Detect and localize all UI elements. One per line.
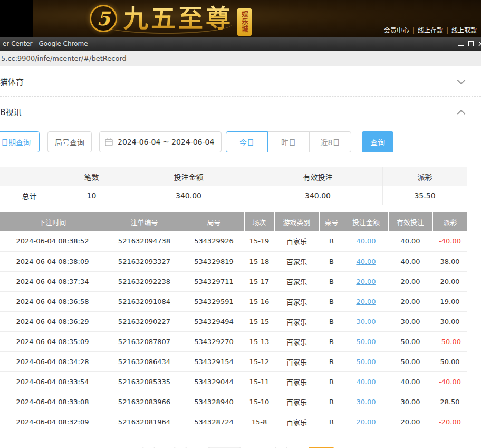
nav-deposit[interactable]: 线上存款 bbox=[418, 27, 443, 34]
bet-amount-value[interactable]: 30.00 bbox=[356, 318, 376, 326]
bet-amount-value[interactable]: 50.00 bbox=[356, 358, 376, 366]
summary-header-blank bbox=[0, 167, 59, 186]
bet-amount-link[interactable]: 40.00 bbox=[344, 251, 388, 271]
browser-titlebar[interactable]: er Center - Google Chrome bbox=[0, 37, 481, 51]
url-text: 5.cc:9900/infe/mcenter/#/betRecord bbox=[1, 54, 127, 62]
session-no: 15-8 bbox=[244, 412, 274, 432]
close-icon[interactable] bbox=[478, 41, 481, 46]
pagination: « 1 10条/页 » 确定 bbox=[142, 446, 481, 448]
game-type: 百家乐 bbox=[274, 231, 319, 251]
bet-amount-value[interactable]: 40.00 bbox=[356, 237, 376, 245]
column-header: 下注时间 bbox=[0, 212, 105, 231]
session-no: 15-17 bbox=[244, 271, 274, 291]
bet-row: 2024-06-04 08:38:09521632093327534329819… bbox=[0, 251, 467, 271]
browser-addressbar[interactable]: 5.cc:9900/infe/mcenter/#/betRecord bbox=[0, 51, 481, 66]
bet-id: 521632093327 bbox=[105, 251, 184, 271]
bet-amount-link[interactable]: 30.00 bbox=[344, 311, 388, 331]
chevron-down-icon[interactable] bbox=[458, 78, 465, 85]
bet-amount-value[interactable]: 20.00 bbox=[356, 418, 376, 426]
column-header: 派彩 bbox=[432, 212, 467, 231]
bet-amount-link[interactable]: 20.00 bbox=[344, 291, 388, 311]
bet-amount-value[interactable]: 40.00 bbox=[356, 378, 376, 386]
bet-amount-link[interactable]: 30.00 bbox=[344, 392, 388, 412]
logo-title: 九五至尊 bbox=[123, 3, 233, 34]
round-no: 534329270 bbox=[184, 331, 244, 351]
summary-valid-bet-value: 340.00 bbox=[253, 186, 383, 205]
summary-count-value: 10 bbox=[59, 186, 124, 205]
game-type: 百家乐 bbox=[274, 351, 319, 371]
bet-row: 2024-06-04 08:33:54521632085335534329044… bbox=[0, 371, 467, 392]
last-8-days-button[interactable]: 近8日 bbox=[309, 131, 351, 152]
session-no: 15-18 bbox=[244, 251, 274, 271]
bet-amount-link[interactable]: 50.00 bbox=[344, 351, 388, 371]
valid-bet: 40.00 bbox=[388, 251, 432, 271]
column-header: 局号 bbox=[184, 212, 244, 231]
bet-id: 521632081964 bbox=[105, 412, 184, 432]
bet-amount-value[interactable]: 30.00 bbox=[356, 398, 376, 406]
bet-row: 2024-06-04 08:37:34521632092238534329711… bbox=[0, 271, 467, 291]
table-no: B bbox=[319, 351, 344, 371]
bet-amount-link[interactable]: 40.00 bbox=[344, 371, 388, 392]
bet-amount-value[interactable]: 20.00 bbox=[356, 298, 376, 306]
chevron-up-icon[interactable] bbox=[458, 108, 465, 116]
session-no: 15-16 bbox=[244, 291, 274, 311]
column-header: 注单编号 bbox=[105, 212, 184, 231]
bet-id: 521632091084 bbox=[105, 291, 184, 311]
bet-amount-link[interactable]: 20.00 bbox=[344, 412, 388, 432]
payout: 30.00 bbox=[432, 311, 467, 331]
bet-row: 2024-06-04 08:36:58521632091084534329591… bbox=[0, 291, 467, 311]
round-no: 534329711 bbox=[184, 271, 244, 291]
table-no: B bbox=[319, 412, 344, 432]
bet-table-body: 2024-06-04 08:38:52521632094738534329926… bbox=[0, 231, 467, 432]
window-controls bbox=[458, 41, 481, 46]
maximize-icon[interactable] bbox=[468, 41, 474, 46]
payout: 50.00 bbox=[432, 351, 467, 371]
round-no: 534329154 bbox=[184, 351, 244, 371]
valid-bet: 40.00 bbox=[388, 231, 432, 251]
column-header: 投注金额 bbox=[344, 212, 388, 231]
logo-coin-icon: 5 bbox=[90, 5, 117, 32]
summary-table: 笔数 投注金额 有效投注 派彩 总计 10 340.00 340.00 35.5… bbox=[0, 167, 467, 205]
bet-amount-value[interactable]: 50.00 bbox=[356, 338, 376, 346]
bet-record-table: 下注时间注单编号局号场次游戏类别桌号投注金额有效投注派彩 2024-06-04 … bbox=[0, 212, 467, 432]
bet-table-head-row: 下注时间注单编号局号场次游戏类别桌号投注金额有效投注派彩 bbox=[0, 212, 467, 231]
filter-toolbar: 日期查询 局号查询 2024-06-04 ~ 2024-06-04 今日 昨日 … bbox=[0, 131, 481, 152]
bet-amount-link[interactable]: 50.00 bbox=[344, 331, 388, 351]
bet-amount-value[interactable]: 20.00 bbox=[356, 278, 376, 285]
payout: -20.00 bbox=[432, 412, 467, 432]
bet-amount-link[interactable]: 20.00 bbox=[344, 271, 388, 291]
section-panda-title: 熊猫体育 bbox=[0, 76, 24, 87]
yesterday-button[interactable]: 昨日 bbox=[267, 131, 310, 152]
summary-header-payout: 派彩 bbox=[383, 167, 467, 186]
round-query-tab[interactable]: 局号查询 bbox=[47, 131, 92, 152]
bet-row: 2024-06-04 08:32:09521632081964534328724… bbox=[0, 412, 467, 432]
game-type: 百家乐 bbox=[274, 251, 319, 271]
logo-badge: 娱乐城 bbox=[237, 8, 252, 36]
bet-row: 2024-06-04 08:33:08521632083966534328940… bbox=[0, 392, 467, 412]
section-panda-sports[interactable]: 熊猫体育 bbox=[0, 66, 481, 97]
search-button[interactable]: 查询 bbox=[362, 131, 393, 152]
valid-bet: 50.00 bbox=[388, 331, 432, 351]
table-no: B bbox=[319, 392, 344, 412]
site-header: 5 九五至尊 娱乐城 会员中心|线上存款|线上取款 bbox=[0, 0, 481, 37]
nav-withdraw[interactable]: 线上取款 bbox=[451, 27, 477, 34]
top-nav: 会员中心|线上存款|线上取款 bbox=[384, 25, 477, 34]
bet-amount-value[interactable]: 40.00 bbox=[356, 258, 376, 265]
table-no: B bbox=[319, 271, 344, 291]
summary-total-label: 总计 bbox=[0, 186, 59, 205]
bet-time: 2024-06-04 08:36:29 bbox=[0, 311, 105, 331]
bet-time: 2024-06-04 08:35:09 bbox=[0, 331, 105, 351]
payout: 20.00 bbox=[432, 271, 467, 291]
bet-row: 2024-06-04 08:35:09521632087807534329270… bbox=[0, 331, 467, 351]
section-bb-video[interactable]: BB视讯 bbox=[0, 97, 481, 127]
date-range-input[interactable]: 2024-06-04 ~ 2024-06-04 bbox=[99, 131, 222, 152]
date-query-tab[interactable]: 日期查询 bbox=[0, 131, 40, 152]
minimize-icon[interactable] bbox=[458, 42, 464, 46]
date-range-value: 2024-06-04 ~ 2024-06-04 bbox=[118, 138, 214, 146]
summary-header-valid-bet: 有效投注 bbox=[253, 167, 383, 186]
nav-member-center[interactable]: 会员中心 bbox=[384, 27, 409, 34]
round-no: 534329819 bbox=[184, 251, 244, 271]
today-button[interactable]: 今日 bbox=[226, 131, 268, 152]
bet-amount-link[interactable]: 40.00 bbox=[344, 231, 388, 251]
calendar-icon bbox=[105, 138, 113, 146]
